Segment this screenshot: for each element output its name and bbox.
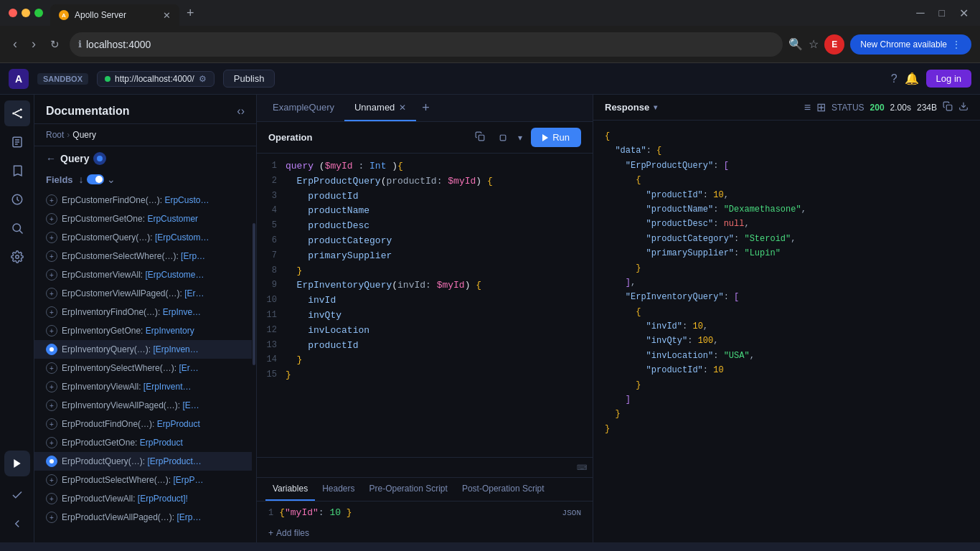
- field-text-12: ErpProductFindOne(…): ErpProduct: [62, 419, 200, 429]
- field-text-6: ErpInventoryFindOne(…): ErpInve…: [62, 307, 201, 317]
- address-bar[interactable]: ℹ localhost:4000: [70, 32, 783, 57]
- close-btn[interactable]: ✕: [953, 5, 974, 22]
- field-item-4[interactable]: + ErpCustomerViewAll: [ErpCustome…: [34, 265, 252, 284]
- field-item-6[interactable]: + ErpInventoryFindOne(…): ErpInve…: [34, 303, 252, 321]
- operation-header: Operation ▾ Run: [257, 122, 593, 154]
- notification-icon[interactable]: 🔔: [905, 72, 919, 85]
- field-add-icon-15[interactable]: +: [46, 474, 57, 486]
- minimize-btn[interactable]: ─: [910, 5, 930, 22]
- field-item-13[interactable]: + ErpProductGetOne: ErpProduct: [34, 433, 252, 452]
- field-add-icon-14[interactable]: [46, 456, 57, 467]
- window-minimize-btn[interactable]: [22, 9, 30, 17]
- more-options-icon[interactable]: [494, 130, 509, 145]
- response-json-line-17: "productId": 10: [605, 363, 969, 377]
- collapse-sidebar-icon[interactable]: [4, 511, 30, 537]
- field-add-icon-10[interactable]: +: [46, 381, 57, 392]
- bookmark-icon[interactable]: ☆: [809, 37, 819, 51]
- search-nav-icon[interactable]: [4, 215, 30, 241]
- tab-pre-operation[interactable]: Pre-Operation Script: [362, 478, 455, 501]
- field-item-12[interactable]: + ErpProductFindOne(…): ErpProduct: [34, 415, 252, 433]
- tab-unnamed[interactable]: Unnamed ✕: [344, 95, 416, 121]
- window-maximize-btn[interactable]: [34, 9, 43, 17]
- docs-icon[interactable]: [4, 129, 30, 155]
- run-dropdown-btn[interactable]: ▾: [515, 130, 525, 146]
- tab-add-btn[interactable]: +: [416, 95, 435, 121]
- download-response-btn[interactable]: [958, 101, 969, 113]
- copy-response-btn[interactable]: [943, 101, 953, 113]
- bookmark-nav-icon[interactable]: [4, 158, 30, 184]
- field-add-icon-9[interactable]: +: [46, 362, 57, 374]
- publish-btn[interactable]: Publish: [223, 70, 275, 88]
- field-add-icon-0[interactable]: +: [46, 194, 57, 206]
- code-editor-area[interactable]: 1 query ($myId : Int ){ 2 ErpProductQuer…: [257, 154, 593, 457]
- field-item-17[interactable]: + ErpProductViewAllPaged(…): [Erp…: [34, 508, 252, 527]
- breadcrumb-root[interactable]: Root: [46, 130, 64, 140]
- studio-topbar: A SANDBOX http://localhost:4000/ ⚙ Publi…: [0, 63, 980, 95]
- field-item-11[interactable]: + ErpInventoryViewAllPaged(…): [E…: [34, 396, 252, 415]
- window-close-btn[interactable]: [9, 9, 17, 17]
- back-query-btn[interactable]: ←: [46, 153, 56, 164]
- field-add-icon-11[interactable]: +: [46, 400, 57, 411]
- field-add-icon-8[interactable]: [46, 344, 57, 355]
- fields-sort-btn[interactable]: ↓: [79, 174, 84, 185]
- field-item-10[interactable]: + ErpInventoryViewAll: [ErpInvent…: [34, 377, 252, 396]
- field-add-icon-13[interactable]: +: [46, 437, 57, 448]
- active-tab[interactable]: A Apollo Server ✕: [50, 4, 179, 26]
- tab-close-icon[interactable]: ✕: [163, 10, 171, 21]
- field-item-16[interactable]: + ErpProductViewAll: [ErpProduct]!: [34, 489, 252, 508]
- field-item-0[interactable]: + ErpCustomerFindOne(…): ErpCusto…: [34, 191, 252, 209]
- play-panel-icon[interactable]: [4, 451, 30, 476]
- field-add-icon-4[interactable]: +: [46, 269, 57, 281]
- fields-toggle[interactable]: [87, 174, 104, 184]
- copy-operation-icon[interactable]: [472, 130, 488, 145]
- tab-variables[interactable]: Variables: [265, 478, 315, 501]
- field-add-icon-16[interactable]: +: [46, 493, 57, 504]
- graph-icon[interactable]: [4, 100, 30, 126]
- field-item-9[interactable]: + ErpInventorySelectWhere(…): [Er…: [34, 359, 252, 377]
- check-icon[interactable]: [4, 482, 30, 508]
- field-item-3[interactable]: + ErpCustomerSelectWhere(…): [Erp…: [34, 247, 252, 265]
- field-add-icon-6[interactable]: +: [46, 306, 57, 318]
- response-list-view-btn[interactable]: ≡: [804, 101, 811, 114]
- forward-nav-btn[interactable]: ›: [27, 34, 40, 55]
- endpoint-settings-icon[interactable]: ⚙: [199, 74, 207, 84]
- field-item-1[interactable]: + ErpCustomerGetOne: ErpCustomer: [34, 209, 252, 228]
- field-add-icon-3[interactable]: +: [46, 250, 57, 262]
- search-icon[interactable]: 🔍: [788, 37, 803, 51]
- back-nav-btn[interactable]: ‹: [9, 34, 22, 55]
- field-item-15[interactable]: + ErpProductSelectWhere(…): [ErpP…: [34, 471, 252, 489]
- sidebar-collapse-btn[interactable]: ‹›: [237, 105, 245, 118]
- history-icon[interactable]: [4, 187, 30, 212]
- field-add-icon-7[interactable]: +: [46, 325, 57, 336]
- field-add-icon-1[interactable]: +: [46, 213, 57, 225]
- field-add-icon-17[interactable]: +: [46, 512, 57, 523]
- add-files-btn[interactable]: + Add files: [257, 524, 593, 542]
- field-add-icon-2[interactable]: +: [46, 232, 57, 243]
- tab-unnamed-close-icon[interactable]: ✕: [399, 103, 406, 113]
- run-btn[interactable]: Run: [531, 128, 581, 147]
- field-add-icon-5[interactable]: +: [46, 288, 57, 299]
- fields-expand-btn[interactable]: ⌄: [107, 174, 116, 185]
- response-header: Response ▾ ≡ ⊞ STATUS 200 2.00s 234B: [593, 95, 980, 121]
- sidebar-scrollbar[interactable]: [252, 188, 256, 542]
- new-chrome-btn[interactable]: New Chrome available ⋮: [850, 34, 971, 55]
- tab-example-query[interactable]: ExampleQuery: [263, 95, 344, 121]
- user-avatar[interactable]: E: [824, 34, 844, 55]
- new-tab-button[interactable]: +: [179, 6, 202, 21]
- field-item-14[interactable]: ErpProductQuery(…): [ErpProduct…: [34, 452, 252, 471]
- field-item-2[interactable]: + ErpCustomerQuery(…): [ErpCustom…: [34, 228, 252, 247]
- response-table-view-btn[interactable]: ⊞: [816, 100, 826, 114]
- reload-btn[interactable]: ↻: [46, 35, 64, 54]
- field-add-icon-12[interactable]: +: [46, 418, 57, 430]
- var-content[interactable]: 1 {"myId": 10 } JSON: [257, 501, 593, 524]
- field-item-8[interactable]: ErpInventoryQuery(…): [ErpInven…: [34, 340, 252, 359]
- settings-nav-icon[interactable]: [4, 244, 30, 270]
- tab-post-operation[interactable]: Post-Operation Script: [455, 478, 552, 501]
- help-icon[interactable]: ?: [891, 72, 897, 85]
- tab-headers[interactable]: Headers: [315, 478, 362, 501]
- field-item-7[interactable]: + ErpInventoryGetOne: ErpInventory: [34, 321, 252, 340]
- field-item-5[interactable]: + ErpCustomerViewAllPaged(…): [Er…: [34, 284, 252, 303]
- endpoint-pill[interactable]: http://localhost:4000/ ⚙: [97, 71, 215, 87]
- login-btn[interactable]: Log in: [926, 70, 971, 88]
- restore-btn[interactable]: □: [933, 5, 951, 22]
